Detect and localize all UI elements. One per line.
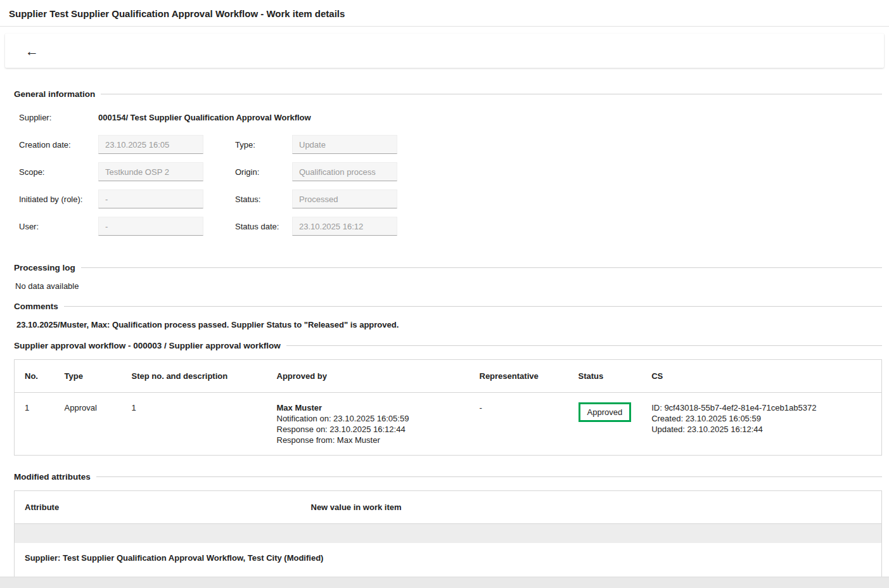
creation-date-field [98, 135, 203, 154]
status-field [292, 189, 397, 208]
origin-field [292, 162, 397, 181]
section-divider [286, 345, 882, 346]
col-header-representative: Representative [470, 360, 568, 393]
section-title-modified-attributes: Modified attributes [14, 472, 91, 482]
supplier-label: Supplier: [19, 113, 98, 122]
approved-by-notification: Notification on: 23.10.2025 16:05:59 [277, 413, 459, 424]
toolbar: ← [5, 34, 884, 68]
origin-label: Origin: [235, 167, 292, 177]
cell-representative: - [470, 393, 568, 456]
cell-approved-by: Max Muster Notification on: 23.10.2025 1… [267, 393, 470, 456]
section-header-general-information: General information [14, 89, 882, 99]
section-title-processing-log: Processing log [14, 263, 75, 272]
col-header-status: Status [568, 360, 642, 393]
creation-date-label: Creation date: [19, 140, 98, 150]
workflow-header-row: No. Type Step no. and description Approv… [15, 360, 882, 393]
section-divider [96, 476, 882, 477]
section-divider [101, 94, 882, 94]
workflow-row: 1 Approval 1 Max Muster Notification on:… [15, 393, 882, 456]
status-date-field [292, 217, 397, 236]
scope-label: Scope: [19, 167, 98, 177]
section-header-approval-workflow: Supplier approval workflow - 000003 / Su… [14, 341, 882, 350]
type-field [292, 135, 397, 154]
supplier-group-header: Supplier: Test Supplier Qualification Ap… [15, 543, 882, 573]
user-label: User: [19, 222, 98, 231]
col-header-type: Type [54, 360, 122, 393]
col-header-new-value: New value in work item [301, 491, 882, 524]
back-button[interactable]: ← [22, 42, 42, 60]
initiated-by-role-label: Initiated by (role): [19, 195, 98, 204]
form-row-3: Initiated by (role): Status: [19, 189, 882, 208]
section-divider [81, 267, 882, 268]
section-header-processing-log: Processing log [14, 263, 882, 272]
col-header-cs: CS [641, 360, 881, 393]
status-date-label: Status date: [235, 222, 292, 231]
status-label: Status: [235, 195, 292, 204]
form-row-4: User: Status date: [19, 217, 882, 236]
comment-entry: 23.10.2025/Muster, Max: Qualification pr… [16, 320, 882, 329]
user-field [98, 217, 203, 236]
cs-created: Created: 23.10.2025 16:05:59 [651, 413, 871, 424]
page-title: Supplier Test Supplier Qualification App… [0, 0, 889, 27]
table-gap-band [15, 524, 882, 544]
cs-updated: Updated: 23.10.2025 16:12:44 [651, 424, 871, 435]
section-title-approval-workflow: Supplier approval workflow - 000003 / Su… [14, 341, 281, 350]
col-header-approved-by: Approved by [267, 360, 470, 393]
cs-id: ID: 9cf43018-55b7-4ef2-81e4-71ceb1ab5372 [651, 402, 871, 413]
processing-log-empty-text: No data available [15, 281, 882, 291]
cell-step: 1 [122, 393, 267, 456]
form-row-2: Scope: Origin: [19, 162, 882, 181]
supplier-group-row: Supplier: Test Supplier Qualification Ap… [15, 543, 882, 573]
supplier-row: Supplier: 000154/ Test Supplier Qualific… [19, 113, 882, 122]
scope-field [98, 162, 203, 181]
approved-by-name: Max Muster [277, 402, 459, 413]
cell-type: Approval [54, 393, 122, 456]
supplier-value: 000154/ Test Supplier Qualification Appr… [98, 113, 311, 122]
form-row-1: Creation date: Type: [19, 135, 882, 154]
approval-workflow-table: No. Type Step no. and description Approv… [14, 359, 882, 456]
cell-no: 1 [15, 393, 54, 456]
approved-by-response-from: Response from: Max Muster [277, 435, 459, 445]
section-divider [64, 306, 882, 307]
cell-cs: ID: 9cf43018-55b7-4ef2-81e4-71ceb1ab5372… [641, 393, 881, 456]
modified-attributes-header-row: Attribute New value in work item [15, 491, 882, 524]
col-header-attribute: Attribute [15, 491, 301, 524]
initiated-by-role-field [98, 189, 203, 208]
status-approved-highlight: Approved [579, 402, 632, 422]
col-header-no: No. [15, 360, 54, 393]
type-label: Type: [235, 140, 292, 150]
work-item-details: General information Supplier: 000154/ Te… [0, 68, 889, 588]
modified-attributes-table: Attribute New value in work item Supplie… [14, 490, 882, 588]
horizontal-scrollbar-track[interactable] [0, 577, 889, 588]
section-title-general-information: General information [14, 89, 95, 99]
section-header-comments: Comments [14, 302, 882, 311]
col-header-step: Step no. and description [122, 360, 267, 393]
cell-status: Approved [568, 393, 642, 456]
section-title-comments: Comments [14, 302, 58, 311]
section-header-modified-attributes: Modified attributes [14, 472, 882, 482]
approved-by-response-on: Response on: 23.10.2025 16:12:44 [277, 424, 459, 435]
